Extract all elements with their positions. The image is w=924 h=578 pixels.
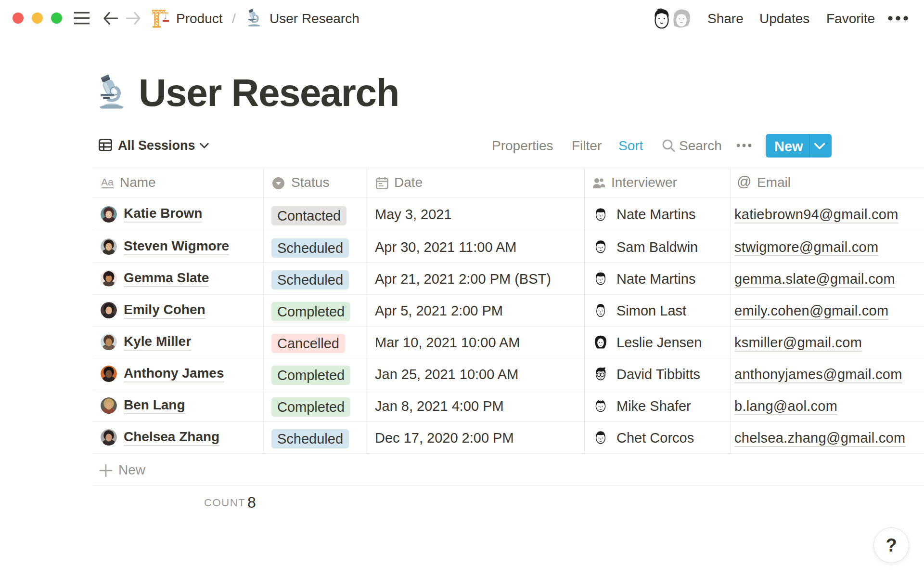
svg-text:Aa: Aa	[101, 176, 114, 187]
